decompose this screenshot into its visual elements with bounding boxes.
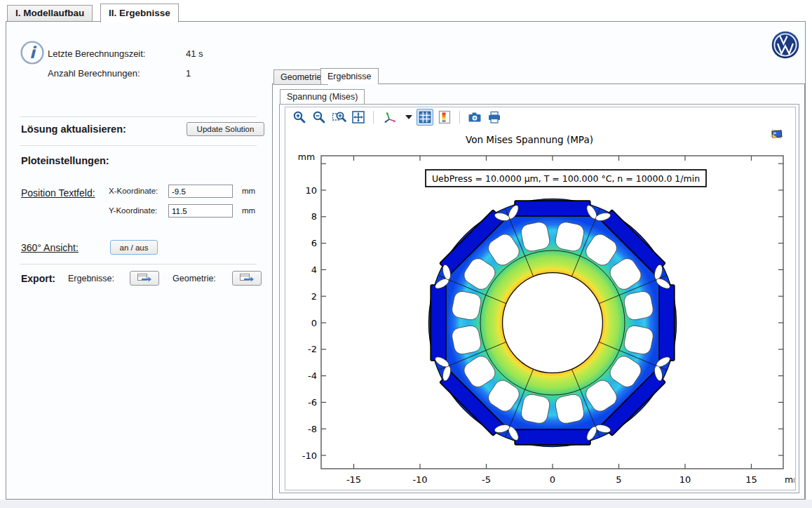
print-button[interactable] — [486, 109, 503, 126]
export-geometry-button[interactable] — [232, 271, 262, 286]
svg-text:-10: -10 — [302, 450, 317, 461]
tab-spannung-mises[interactable]: Spannung (Mises) — [280, 89, 365, 104]
info-icon: i — [20, 40, 45, 65]
svg-text:mm: mm — [785, 474, 794, 485]
snapshot-button[interactable] — [466, 109, 483, 126]
view-360-toggle-button[interactable]: an / aus — [110, 240, 158, 255]
export-icon — [239, 273, 255, 284]
export-geometry-label: Geometrie: — [172, 274, 216, 283]
svg-text:4: 4 — [311, 265, 317, 275]
divider — [20, 116, 257, 117]
grid-toggle-button[interactable] — [417, 109, 433, 126]
view-orientation-button[interactable] — [380, 109, 401, 126]
svg-text:5: 5 — [616, 474, 621, 485]
plot-settings-heading: Ploteinstellungen: — [21, 155, 109, 166]
plot-thumbnail-icon[interactable] — [770, 127, 784, 141]
x-coordinate-label: X-Koordinate: — [109, 187, 158, 195]
svg-text:15: 15 — [745, 474, 757, 485]
color-legend-toggle-button[interactable] — [436, 109, 453, 126]
divider — [20, 145, 257, 146]
last-calc-time-value: 41 s — [186, 48, 203, 59]
toolbar-separator — [373, 111, 374, 123]
svg-text:mm: mm — [298, 152, 315, 162]
export-results-button[interactable] — [130, 271, 159, 286]
svg-text:-6: -6 — [308, 397, 317, 408]
svg-text:8: 8 — [311, 211, 317, 222]
svg-text:-2: -2 — [308, 344, 317, 354]
zoom-in-button[interactable] — [291, 109, 308, 126]
svg-text:0: 0 — [550, 474, 555, 485]
tab-modellaufbau[interactable]: I. Modellaufbau — [7, 5, 93, 22]
y-unit-label: mm — [242, 206, 255, 215]
view-360-label: 360° Ansicht: — [21, 242, 79, 253]
vw-logo — [771, 31, 799, 59]
update-solution-label: Lösung aktualisieren: — [21, 123, 126, 135]
color-legend-icon — [438, 110, 451, 124]
chevron-down-icon — [405, 115, 412, 119]
svg-text:-5: -5 — [482, 474, 491, 485]
calc-count-value: 1 — [186, 68, 191, 79]
toolbar-separator — [459, 111, 460, 123]
zoom-out-button[interactable] — [311, 109, 327, 126]
x-unit-label: mm — [242, 187, 255, 195]
export-results-label: Ergebnisse: — [68, 274, 114, 283]
zoom-box-button[interactable] — [330, 109, 347, 126]
export-heading: Export: — [21, 273, 55, 284]
zoom-in-icon — [292, 110, 306, 124]
grid-icon — [419, 111, 431, 123]
view-orientation-dropdown[interactable] — [404, 109, 414, 126]
update-solution-button[interactable]: Update Solution — [187, 122, 264, 136]
svg-text:10: 10 — [305, 185, 317, 196]
svg-text:-15: -15 — [346, 474, 361, 485]
export-icon — [137, 273, 152, 284]
last-calc-time-label: Letzte Berechnungszeit: — [48, 48, 145, 59]
zoom-extents-icon — [351, 110, 365, 124]
app-window: { "main_tabs": [ {"label": "I. Modellauf… — [0, 0, 812, 508]
svg-text:-10: -10 — [412, 474, 427, 485]
svg-text:2: 2 — [311, 291, 317, 302]
position-textfield-label: Position Textfeld: — [21, 187, 95, 199]
tab-ergebnisse-inner[interactable]: Ergebnisse — [320, 68, 379, 84]
svg-text:6: 6 — [311, 238, 317, 248]
view-orientation-icon — [383, 110, 398, 124]
zoom-box-icon — [332, 110, 346, 124]
y-coordinate-label: Y-Koordinate: — [109, 206, 157, 215]
svg-text:0: 0 — [311, 318, 317, 328]
y-coordinate-input[interactable] — [168, 204, 233, 218]
zoom-out-icon — [312, 110, 326, 124]
printer-icon — [487, 111, 501, 124]
calc-count-label: Anzahl Berechnungen: — [48, 68, 140, 79]
tab-ergebnisse[interactable]: II. Ergebnisse — [100, 4, 179, 22]
window-bottom-strip — [0, 500, 812, 508]
camera-icon — [468, 111, 482, 123]
divider — [20, 264, 257, 265]
svg-text:Von Mises Spannung (MPa): Von Mises Spannung (MPa) — [466, 134, 593, 145]
svg-text:-8: -8 — [308, 424, 317, 434]
svg-text:-4: -4 — [308, 370, 317, 381]
zoom-extents-button[interactable] — [350, 109, 367, 126]
plot-canvas[interactable]: Von Mises Spannung (MPa)-15-10-505101510… — [285, 107, 794, 489]
graphics-toolbar — [285, 107, 799, 127]
svg-text:10: 10 — [679, 474, 691, 485]
x-coordinate-input[interactable] — [168, 185, 233, 198]
svg-text:UebPress = 10.0000 µm, T = 100: UebPress = 10.0000 µm, T = 100.000 °C, n… — [432, 173, 700, 184]
